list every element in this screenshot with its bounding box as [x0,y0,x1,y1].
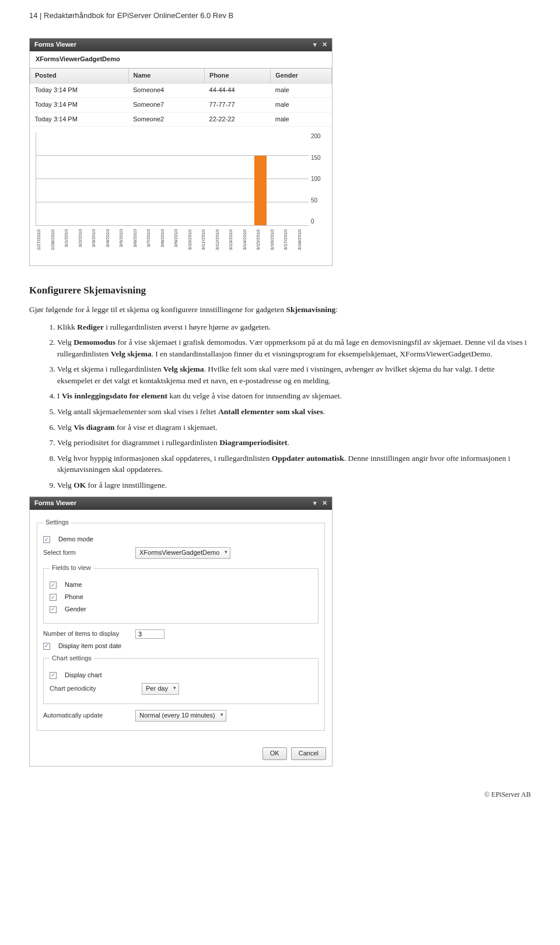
step-item: Velg Vis diagram for å vise et diagram i… [57,422,531,433]
gadget-title: Forms Viewer [34,40,76,50]
chart-periodicity-dropdown[interactable]: Per day [142,683,179,695]
demo-mode-label: Demo mode [58,535,93,544]
fields-legend: Fields to view [50,564,93,573]
step-item: Velg hvor hyppig informasjonen skal oppd… [57,453,531,475]
chart-legend: Chart settings [50,654,94,663]
display-post-date-label: Display item post date [58,642,121,651]
forms-viewer-gadget: Forms Viewer ▾ ✕ XFormsViewerGadgetDemo … [29,38,332,267]
auto-update-label: Automatically update [43,711,131,720]
table-row: Today 3:14 PMSomeone222-22-22male [30,112,332,127]
table-row: Today 3:14 PMSomeone777-77-77male [30,97,332,112]
auto-update-dropdown[interactable]: Normal (every 10 minutes) [135,710,226,722]
field-checkbox[interactable]: ✓ [50,594,57,601]
forms-viewer-settings-gadget: Forms Viewer ▾ ✕ Settings ✓ Demo mode Se… [29,496,332,766]
demo-mode-checkbox[interactable]: ✓ [43,536,50,543]
intro-bold: Skjemavisning [286,305,335,314]
gadget-titlebar: Forms Viewer ▾ ✕ [30,497,332,510]
chevron-down-icon[interactable]: ▾ [313,499,317,506]
close-icon[interactable]: ✕ [322,499,327,506]
display-chart-label: Display chart [65,671,102,680]
footer-copyright: © EPiServer AB [29,790,531,800]
steps-list: Klikk Rediger i rullegardinlisten øverst… [29,321,531,491]
gadget-title: Forms Viewer [34,499,76,508]
step-item: Velg OK for å lagre innstillingene. [57,480,531,491]
chart-area: 200150100500 [30,127,332,228]
column-header[interactable]: Gender [271,68,332,83]
settings-legend: Settings [43,518,71,527]
step-item: Velg periodisitet for diagrammet i rulle… [57,437,531,449]
settings-fieldset: Settings ✓ Demo mode Select form XFormsV… [37,518,325,730]
intro-post: : [335,305,338,314]
column-header[interactable]: Name [128,68,205,83]
column-header[interactable]: Phone [205,68,271,83]
forms-table: PostedNamePhoneGender Today 3:14 PMSomeo… [30,68,332,127]
select-form-dropdown[interactable]: XFormsViewerGadgetDemo [135,547,230,559]
gadget-titlebar: Forms Viewer ▾ ✕ [30,38,332,51]
step-item: Velg antall skjemaelementer som skal vis… [57,406,531,418]
fields-fieldset: Fields to view ✓Name✓Phone✓Gender [43,564,318,624]
field-checkbox[interactable]: ✓ [50,582,57,589]
num-items-label: Number of items to display [43,629,131,639]
select-form-label: Select form [43,548,131,558]
chart-fieldset: Chart settings ✓ Display chart Chart per… [43,654,318,704]
cancel-button[interactable]: Cancel [291,747,326,760]
field-label: Gender [65,605,86,614]
gadget-subtitle: XFormsViewerGadgetDemo [30,51,332,68]
chart-bar [254,156,267,225]
chart-y-labels: 200150100500 [309,132,326,226]
field-checkbox[interactable]: ✓ [50,606,57,613]
step-item: Klikk Rediger i rullegardinlisten øverst… [57,321,531,333]
field-label: Name [65,580,82,590]
chart-periodicity-label: Chart periodicity [50,684,137,694]
step-item: Velg Demomodus for å vise skjemaet i gra… [57,337,531,359]
table-row: Today 3:14 PMSomeone444-44-44male [30,83,332,97]
section-heading: Konfigurere Skjemavisning [29,284,531,298]
display-chart-checkbox[interactable]: ✓ [50,672,57,679]
close-icon[interactable]: ✕ [322,41,327,48]
page-header: 14 | Redaktørhåndbok for EPiServer Onlin… [29,10,531,22]
step-item: Velg et skjema i rullegardinlisten Velg … [57,363,531,386]
intro-paragraph: Gjør følgende for å legge til et skjema … [29,304,531,316]
num-items-input[interactable] [135,629,164,639]
chart-x-labels: 2/27/20102/28/20103/1/20103/2/20103/3/20… [30,228,332,265]
ok-button[interactable]: OK [262,747,287,760]
step-item: I Vis innleggingsdato for element kan du… [57,390,531,402]
chart-grid [36,132,309,226]
column-header[interactable]: Posted [30,68,129,83]
field-label: Phone [65,593,83,602]
chevron-down-icon[interactable]: ▾ [313,41,317,48]
intro-pre: Gjør følgende for å legge til et skjema … [29,305,286,314]
display-post-date-checkbox[interactable]: ✓ [43,643,50,650]
